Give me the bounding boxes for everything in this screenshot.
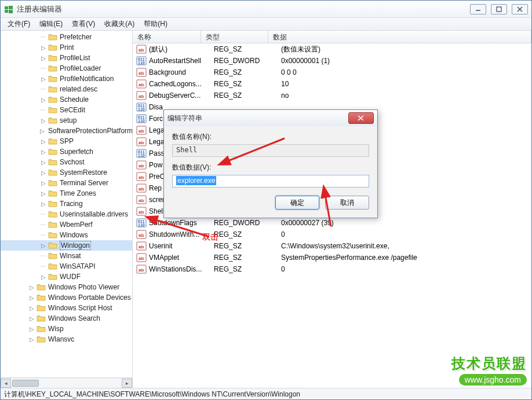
tree-item[interactable]: ▷Print [1,42,132,53]
tree-item[interactable]: ▷SPP [1,136,132,146]
value-name: ShutdownFlags [149,219,214,227]
tree-hscrollbar[interactable]: ◂ ▸ [1,377,132,388]
expand-icon[interactable]: ▷ [28,295,35,301]
col-header-data[interactable]: 数据 [268,31,531,43]
value-row[interactable]: 011110AutoRestartShellREG_DWORD0x0000000… [133,55,531,67]
expand-icon[interactable]: ▷ [40,55,47,61]
scroll-left-button[interactable]: ◂ [1,379,11,388]
tree-item[interactable]: Winsat [1,251,132,261]
value-row[interactable]: 011110ShutdownFlagsREG_DWORD0x00000027 (… [133,217,531,229]
expand-icon[interactable]: ▷ [40,274,47,280]
tree-item[interactable]: related.desc [1,84,132,94]
menu-view[interactable]: 查看(V) [67,18,100,30]
expand-icon[interactable]: ▷ [28,284,35,291]
folder-icon [48,200,57,208]
expand-icon[interactable]: ▷ [40,118,47,124]
value-row[interactable]: abUserinitREG_SZC:\Windows\system32\user… [133,240,531,252]
tree-item[interactable]: ▷Superfetch [1,146,132,157]
scroll-right-button[interactable]: ▸ [122,379,132,388]
expand-icon[interactable]: ▷ [28,326,35,332]
value-row[interactable]: abWinStationsDis...REG_SZ0 [133,263,531,275]
expand-icon[interactable]: ▷ [40,180,47,186]
expand-icon[interactable]: ▷ [40,201,47,207]
expand-icon[interactable]: ▷ [40,159,47,166]
scroll-thumb[interactable] [12,380,39,387]
expand-icon[interactable]: ▷ [40,149,47,155]
value-row[interactable]: abShutdownWith...REG_SZ0 [133,229,531,240]
tree-item[interactable]: ProfileLoader [1,63,132,74]
tree-item-label: Windows [60,231,88,239]
cancel-button[interactable]: 取消 [325,196,369,210]
tree-item[interactable]: ▷SystemRestore [1,167,132,178]
col-header-type[interactable]: 类型 [201,31,268,43]
expand-icon[interactable]: ▷ [40,138,47,145]
tree-item[interactable]: Prefetcher [1,32,132,42]
tree-item[interactable]: ▷Windows Script Host [1,303,132,313]
value-type: REG_SZ [214,265,281,273]
window-titlebar: 注册表编辑器 [1,1,531,18]
tree-item[interactable]: ▷WUDF [1,271,132,282]
tree-item[interactable]: ▷ProfileList [1,53,132,63]
binary-value-icon: 011110 [136,102,147,112]
tree-item[interactable]: ▷Wlansvc [1,334,132,344]
tree-connector-icon [40,222,47,227]
tree-item[interactable]: ▷Windows Search [1,313,132,324]
tree-item[interactable]: ▷Winlogon [1,240,132,251]
tree-item[interactable]: ▷Svchost [1,157,132,167]
ok-button[interactable]: 确定 [275,196,319,210]
menu-edit[interactable]: 编辑(E) [35,18,67,30]
tree-item[interactable]: ▷Wisp [1,324,132,334]
svg-text:110: 110 [138,153,145,157]
minimize-button[interactable] [470,4,486,14]
tree-item[interactable]: WinSATAPI [1,261,132,271]
col-header-name[interactable]: 名称 [133,31,201,43]
menu-help[interactable]: 帮助(H) [139,18,172,30]
tree-item[interactable]: ▷Time Zones [1,188,132,199]
tree-item[interactable]: ▷Schedule [1,94,132,105]
expand-icon[interactable]: ▷ [28,305,35,311]
expand-icon[interactable]: ▷ [40,76,47,82]
expand-icon[interactable]: ▷ [40,128,45,134]
expand-icon[interactable]: ▷ [28,336,35,343]
value-row[interactable]: abCachedLogons...REG_SZ10 [133,78,531,90]
tree-item[interactable]: ▷setup [1,115,132,126]
tree-item[interactable]: Windows [1,230,132,240]
maximize-button[interactable] [491,4,507,14]
annotation-dblclick-text: 双击 [202,232,218,243]
close-button[interactable] [512,4,528,14]
tree-item-label: Winlogon [60,241,91,250]
value-row[interactable]: abDebugServerC...REG_SZno [133,90,531,101]
value-row[interactable]: abVMAppletREG_SZSystemPropertiesPerforma… [133,252,531,263]
menu-file[interactable]: 文件(F) [3,18,35,30]
tree-item-label: WinSATAPI [60,262,96,270]
svg-text:ab: ab [139,94,144,99]
expand-icon[interactable]: ▷ [40,243,47,249]
tree-item[interactable]: ▷Terminal Server [1,178,132,188]
tree-item-label: Wisp [48,325,64,333]
folder-icon [48,252,57,260]
value-row[interactable]: abBackgroundREG_SZ0 0 0 [133,67,531,78]
tree-item[interactable]: ▷Windows Portable Devices [1,292,132,303]
value-name: Background [149,68,214,76]
tree-item-label: Winsat [60,252,81,260]
svg-text:ab: ab [139,47,144,53]
expand-icon[interactable]: ▷ [40,190,47,197]
tree-item[interactable]: Userinstallable.drivers [1,209,132,219]
svg-text:ab: ab [139,175,144,180]
tree-item[interactable]: WbemPerf [1,219,132,230]
value-name: VMApplet [149,254,214,262]
expand-icon[interactable]: ▷ [40,97,47,103]
value-data-input[interactable]: explorer.exe [172,175,369,188]
tree-item[interactable]: ▷SoftwareProtectionPlatform [1,126,132,136]
expand-icon[interactable]: ▷ [40,170,47,176]
dialog-close-button[interactable] [348,112,374,124]
tree-item[interactable]: SeCEdit [1,105,132,115]
tree-item[interactable]: ▷Windows Photo Viewer [1,282,132,292]
expand-icon[interactable]: ▷ [28,315,35,322]
tree-item[interactable]: ▷Tracing [1,199,132,209]
value-row[interactable]: ab(默认)REG_SZ(数值未设置) [133,43,531,55]
tree-item[interactable]: ▷ProfileNotification [1,74,132,84]
expand-icon[interactable]: ▷ [40,45,47,51]
menu-favorites[interactable]: 收藏夹(A) [100,18,139,30]
folder-icon [48,54,57,62]
